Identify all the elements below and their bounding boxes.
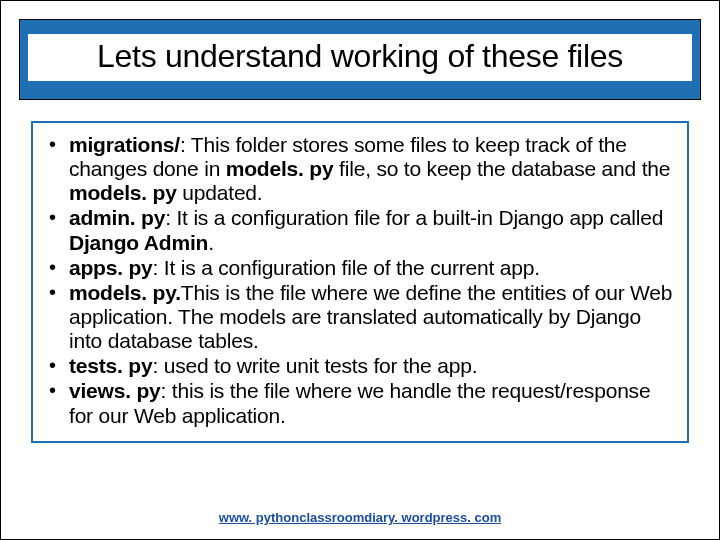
list-item: models. py.This is the file where we def… xyxy=(47,281,673,353)
list-item: views. py: this is the file where we han… xyxy=(47,379,673,427)
slide-title: Lets understand working of these files xyxy=(28,34,692,81)
source-url[interactable]: www. pythonclassroomdiary. wordpress. co… xyxy=(219,510,501,525)
list-item: apps. py: It is a configuration file of … xyxy=(47,256,673,280)
title-band: Lets understand working of these files xyxy=(19,19,701,100)
list-item: tests. py: used to write unit tests for … xyxy=(47,354,673,378)
list-item: admin. py: It is a configuration file fo… xyxy=(47,206,673,254)
footer-link: www. pythonclassroomdiary. wordpress. co… xyxy=(1,510,719,525)
bullet-list: migrations/: This folder stores some fil… xyxy=(47,133,673,428)
list-item: migrations/: This folder stores some fil… xyxy=(47,133,673,205)
content-box: migrations/: This folder stores some fil… xyxy=(31,121,689,443)
